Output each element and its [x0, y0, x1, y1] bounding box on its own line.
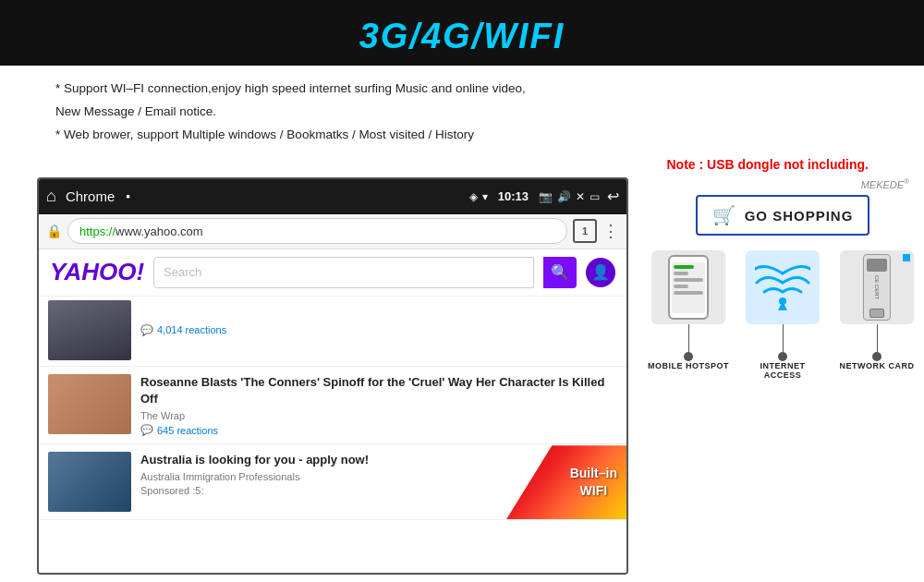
search-placeholder: Search	[164, 265, 201, 279]
usb-dongle: CE CERT	[863, 254, 891, 321]
reactions-count-2: 💬 645 reactions	[140, 424, 617, 436]
browser-frame: ⌂ Chrome ▪ ◈ ▾ 10:13 📷 🔊 ✕ ▭ ↩ 🔒 https:/…	[37, 177, 628, 575]
connector-dot-1	[684, 352, 693, 361]
camera-icon: 📷	[539, 190, 553, 203]
device-label-2: INTERNET ACCESS	[741, 361, 824, 380]
browser-content: YAHOO! Search 🔍 👤	[39, 249, 626, 573]
shopping-label: GO SHOPPING	[745, 208, 854, 224]
news-thumbnail-3	[48, 452, 131, 512]
location-icon: ◈	[469, 190, 478, 203]
yahoo-search-input[interactable]: Search	[153, 257, 534, 288]
devices-row: MOBILE HOTSPOT	[647, 250, 918, 380]
close-icon: ✕	[576, 190, 585, 203]
screen-line-4	[674, 285, 688, 288]
screenshot-icon: ▪	[126, 189, 130, 203]
desc-line3: * Web brower, support Multiple windows /…	[55, 125, 869, 146]
usb-icon-box: CE CERT	[840, 250, 914, 324]
home-icon[interactable]: ⌂	[46, 187, 56, 206]
blue-indicator	[903, 254, 910, 261]
description-section: * Support WI–FI connection,enjoy high sp…	[0, 66, 924, 157]
screen-line-2	[674, 272, 688, 275]
url-input[interactable]: https://www.yahoo.com	[67, 218, 567, 244]
yahoo-header: YAHOO! Search 🔍 👤	[39, 249, 626, 297]
user-icon: 👤	[591, 263, 610, 281]
connector-line-1	[688, 324, 689, 352]
wifi-svg	[755, 260, 810, 315]
svg-point-0	[779, 297, 786, 305]
note-text: Note : USB dongle not including.	[0, 157, 924, 177]
news-text-1: 💬 4,014 reactions	[140, 324, 617, 336]
news-item-2[interactable]: Roseanne Blasts 'The Conners' Spinoff fo…	[39, 367, 626, 444]
status-icons: ◈ ▾ 10:13 📷 🔊 ✕ ▭	[469, 189, 600, 203]
connector-dot-2	[778, 352, 787, 361]
header-section: 3G/4G/WIFI	[0, 0, 924, 66]
usb-label: CE CERT	[874, 275, 880, 299]
screen-line-1	[674, 265, 694, 269]
phone-screen	[672, 262, 705, 313]
phone-image	[668, 255, 709, 320]
shopping-button[interactable]: 🛒 GO SHOPPING	[696, 195, 870, 236]
news-list: 💬 4,014 reactions Roseanne Blasts 'The C…	[39, 297, 626, 520]
main-content: ⌂ Chrome ▪ ◈ ▾ 10:13 📷 🔊 ✕ ▭ ↩ 🔒 https:/…	[0, 177, 924, 582]
news-text-2: Roseanne Blasts 'The Conners' Spinoff fo…	[140, 374, 617, 436]
user-avatar[interactable]: 👤	[586, 258, 615, 287]
search-icon: 🔍	[551, 263, 569, 281]
news-thumbnail-1	[48, 300, 131, 360]
news-source-2: The Wrap	[140, 410, 617, 421]
wifi-icon-box	[746, 250, 820, 324]
connector-line-3	[877, 324, 878, 352]
news-title-2: Roseanne Blasts 'The Conners' Spinoff fo…	[140, 374, 617, 407]
url-domain: www.yahoo.com	[116, 224, 203, 238]
signal-icon: ▾	[482, 190, 488, 203]
news-thumbnail-2	[48, 374, 131, 434]
wifi-badge: Built–in WIFI	[570, 465, 617, 501]
device-item-3: CE CERT NETWORK CARD	[835, 250, 918, 380]
chat-bubble-icon-2: 💬	[140, 424, 153, 436]
status-bar: ⌂ Chrome ▪ ◈ ▾ 10:13 📷 🔊 ✕ ▭ ↩	[39, 179, 626, 214]
page-title: 3G/4G/WIFI	[0, 17, 924, 56]
connector-dot-3	[872, 352, 881, 361]
mobile-hotspot-icon-box	[651, 250, 725, 324]
phone-screen-lines	[672, 262, 705, 300]
clock: 10:13	[498, 189, 529, 203]
back-icon[interactable]: ↩	[607, 188, 619, 205]
device-label-3: NETWORK CARD	[840, 361, 915, 370]
https-prefix: https://	[79, 224, 116, 238]
news-item-reactions-only: 💬 4,014 reactions	[39, 297, 626, 367]
right-panel: MEKEDE® 🛒 GO SHOPPING	[628, 177, 924, 575]
yahoo-logo: YAHOO!	[50, 258, 144, 286]
desc-line2: New Message / Email notice.	[55, 102, 869, 123]
usb-connector	[869, 309, 884, 318]
menu-dots-icon[interactable]: ⋮	[602, 221, 619, 241]
usb-head	[867, 259, 887, 272]
browser-name-label: Chrome	[66, 188, 115, 204]
search-button[interactable]: 🔍	[543, 257, 577, 288]
connector-line-2	[783, 324, 784, 352]
tab-count-button[interactable]: 1	[573, 219, 597, 243]
device-label-1: MOBILE HOTSPOT	[648, 361, 729, 370]
reactions-count-1: 💬 4,014 reactions	[140, 324, 617, 336]
lock-icon: 🔒	[46, 224, 62, 238]
desc-line1: * Support WI–FI connection,enjoy high sp…	[55, 79, 869, 100]
news-item-3[interactable]: Australia is looking for you - apply now…	[39, 444, 626, 520]
volume-icon: 🔊	[557, 190, 571, 203]
window-icon: ▭	[590, 190, 600, 203]
cart-icon: 🛒	[712, 204, 736, 226]
chat-bubble-icon: 💬	[140, 324, 153, 336]
screen-line-3	[674, 278, 703, 282]
mekede-brand: MEKEDE®	[861, 177, 909, 190]
screen-line-5	[674, 291, 703, 295]
nav-icons: ↩	[607, 188, 619, 205]
device-item-2: INTERNET ACCESS	[741, 250, 824, 380]
url-bar: 🔒 https://www.yahoo.com 1 ⋮	[39, 214, 626, 249]
device-item-1: MOBILE HOTSPOT	[647, 250, 730, 380]
